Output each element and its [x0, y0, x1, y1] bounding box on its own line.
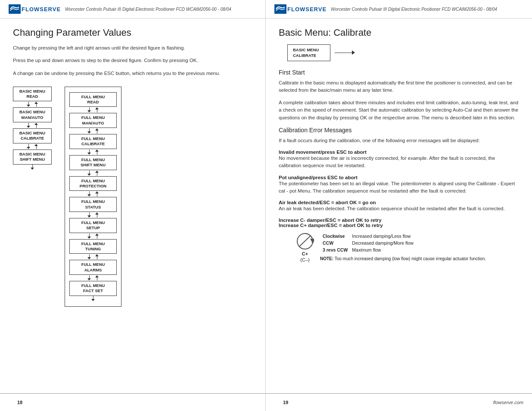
basic-arrows-2 — [27, 123, 38, 128]
full-menu-tuning: FULL MENUTUNING — [69, 239, 117, 254]
error-text-2: An air leak has been detected. The calib… — [279, 205, 519, 212]
left-page-title: Changing Parameter Values — [13, 27, 252, 38]
full-menu-diagram: FULL MENUREAD FULL MENUMAN/AUTO FULL MEN… — [65, 87, 121, 307]
full-menu-factset: FULL MENUFACT SET — [69, 281, 117, 296]
rotation-info: Clockwise Increased damping/Less flow CC… — [320, 232, 486, 261]
full-menu-alarms: FULL MENUALARMS — [69, 260, 117, 275]
note-label: NOTE: — [320, 256, 333, 261]
full-menu-status: FULL MENUSTATUS — [69, 197, 117, 212]
rot-label-1: CCW — [321, 240, 349, 246]
note-text: Too much increased damping (low flow) mi… — [335, 256, 486, 261]
first-start-title: First Start — [279, 69, 519, 76]
full-menu-calibrate: FULL MENUCALIBRATE — [69, 134, 117, 149]
basic-arrows-3 — [27, 144, 38, 149]
rot-label-2: 3 revs CCW — [321, 247, 349, 253]
error-label-0: Invalid movement/press ESC to abort — [279, 149, 519, 155]
left-para-3: A change can be undone by pressing the E… — [13, 70, 252, 77]
increase-line-0: Increase C- damper/ESC = abort OK to ret… — [279, 218, 519, 223]
left-logo-text: FLOWSERVE — [22, 6, 61, 12]
left-header: FLOWSERVE Worcester Controls Pulsair III… — [0, 0, 265, 19]
footer-website: flowserve.com — [297, 400, 523, 405]
rotation-row-0: Clockwise Increased damping/Less flow — [321, 233, 415, 239]
increase-lines: Increase C- damper/ESC = abort OK to ret… — [279, 218, 519, 228]
error-label-1: Pot unaligned/press ESC to abort — [279, 175, 519, 180]
cal-box-line2: CALIBRATE — [293, 53, 316, 58]
left-footer: 18 — [0, 393, 265, 411]
arrow-up-2 — [34, 123, 38, 128]
left-logo: FLOWSERVE — [9, 4, 61, 14]
error-text-1: The potentiometer has been set to an ill… — [279, 180, 519, 195]
error-text-0: No movement because the air is incorrect… — [279, 155, 519, 170]
right-page: FLOWSERVE Worcester Controls Pulsair III… — [266, 0, 532, 411]
increase-line-1: Increase C+ damper/ESC = abort OK to ret… — [279, 223, 519, 228]
basic-menu-box-read: BASIC MENUREAD — [13, 87, 52, 102]
full-menu-shiftmenu: FULL MENUSHIFT MENU — [69, 155, 117, 170]
full-menu-setup: FULL MENUSETUP — [69, 218, 117, 233]
error-messages-list: Invalid movement/press ESC to abort No m… — [279, 149, 519, 212]
cal-error-intro: If a fault occurs during the calibration… — [279, 137, 519, 144]
full-menu-protection: FULL MENUPROTECTION — [69, 176, 117, 191]
cal-box-line1: BASIC MENU — [293, 47, 319, 52]
svg-line-3 — [299, 236, 310, 246]
right-logo: FLOWSERVE — [274, 4, 327, 14]
right-footer: 19 flowserve.com — [266, 393, 532, 411]
full-menu-manauto: FULL MENUMAN/AUTO — [69, 113, 117, 128]
cal-box: BASIC MENU CALIBRATE — [287, 44, 330, 61]
arrow-up-1 — [34, 102, 38, 107]
rotation-circle-icon — [296, 232, 314, 250]
rot-label-0: Clockwise — [321, 233, 349, 239]
arrow-down-1 — [27, 102, 30, 107]
page-container: FLOWSERVE Worcester Controls Pulsair III… — [0, 0, 532, 411]
c-minus-label: (C–) — [300, 257, 309, 262]
flowserve-logo-icon — [9, 4, 21, 14]
left-para-1: Change by pressing the left and right ar… — [13, 44, 252, 52]
left-header-doc: Worcester Controls Pulsair III Digital E… — [65, 7, 231, 12]
rotation-row-2: 3 revs CCW Maximum flow — [321, 247, 415, 253]
note-container: NOTE: Too much increased damping (low fl… — [320, 256, 486, 261]
right-content: Basic Menu: Calibrate BASIC MENU CALIBRA… — [266, 19, 532, 393]
basic-arrows-1 — [27, 102, 38, 107]
c-plus-label: C+ — [302, 251, 308, 256]
right-header-doc: Worcester Controls Pulsair III Digital E… — [331, 7, 497, 12]
arrow-down-2 — [27, 123, 30, 128]
final-arrow-down — [31, 165, 34, 170]
cal-arrow-line — [335, 53, 352, 53]
error-label-2: Air leak detected/ESC = abort OK = go on — [279, 200, 519, 205]
diagram-area: BASIC MENUREAD BASIC MENUMAN/AUTO BASIC … — [13, 82, 252, 307]
right-page-title: Basic Menu: Calibrate — [279, 27, 519, 38]
arrow-down-3 — [27, 144, 30, 149]
left-page: FLOWSERVE Worcester Controls Pulsair III… — [0, 0, 266, 411]
cal-arrow — [335, 50, 355, 55]
right-page-number: 19 — [274, 395, 297, 409]
basic-menu-box-manauto: BASIC MENUMAN/AUTO — [13, 107, 52, 122]
left-content: Changing Parameter Values Change by pres… — [0, 19, 265, 393]
basic-menu-box-calibrate: BASIC MENUCALIBRATE — [13, 128, 52, 143]
basic-menu-diagram: BASIC MENUREAD BASIC MENUMAN/AUTO BASIC … — [13, 87, 52, 307]
cal-error-title: Calibration Error Messages — [279, 127, 519, 134]
first-start-para-2: A complete calibration takes about three… — [279, 99, 519, 121]
right-header: FLOWSERVE Worcester Controls Pulsair III… — [266, 0, 532, 19]
rotation-table: Clockwise Increased damping/Less flow CC… — [320, 232, 416, 254]
full-final-arrow — [91, 296, 95, 301]
arrow-up-3 — [34, 144, 38, 149]
first-start-para-1: Calibrate in the basic menu is displayed… — [279, 79, 519, 94]
calibrate-diagram: BASIC MENU CALIBRATE — [287, 44, 519, 61]
left-para-2: Press the up and down arrows to step to … — [13, 57, 252, 64]
left-page-number: 18 — [9, 395, 31, 409]
flowserve-logo-icon-right — [274, 4, 286, 14]
rotation-row-1: CCW Decreased damping/More flow — [321, 240, 415, 246]
cal-arrow-tri — [352, 50, 355, 55]
rotation-icon-container: C+ (C–) — [296, 232, 314, 262]
rot-value-1: Decreased damping/More flow — [350, 240, 415, 246]
basic-menu-box-shiftmenu: BASIC MENUSHIFT MENU — [13, 149, 52, 165]
rot-value-2: Maximum flow — [350, 247, 415, 253]
full-menu-read: FULL MENUREAD — [69, 92, 117, 107]
rotation-diagram: C+ (C–) Clockwise Increased damping/Less… — [296, 232, 519, 262]
rot-value-0: Increased damping/Less flow — [350, 233, 415, 239]
right-logo-text: FLOWSERVE — [287, 6, 327, 12]
